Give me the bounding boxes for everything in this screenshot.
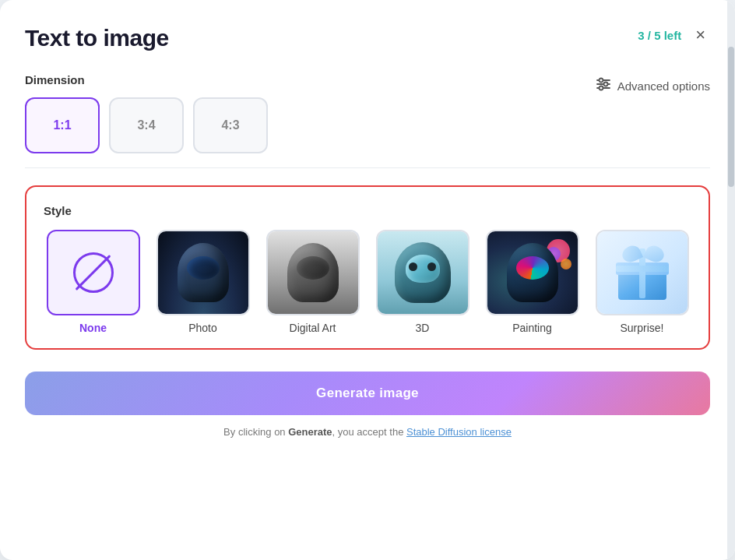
style-section: Style None Photo xyxy=(25,185,710,350)
style-3d-thumb xyxy=(376,230,469,315)
svg-point-4 xyxy=(603,83,607,86)
stable-diffusion-link[interactable]: Stable Diffusion license xyxy=(406,426,512,438)
credits-badge: 3 / 5 left xyxy=(638,29,681,42)
style-3d-label: 3D xyxy=(416,322,430,334)
close-button[interactable]: × xyxy=(691,25,710,45)
header: Text to image 3 / 5 left × xyxy=(25,25,710,51)
style-label: Style xyxy=(44,204,691,217)
advanced-options-label: Advanced options xyxy=(617,79,710,93)
dimension-1-1[interactable]: 1:1 xyxy=(25,97,100,153)
dimension-3-4[interactable]: 3:4 xyxy=(109,97,184,153)
dimension-options: 1:1 3:4 4:3 xyxy=(25,97,596,153)
style-none-label: None xyxy=(79,322,107,334)
advanced-options-icon xyxy=(596,76,611,96)
disclaimer-prefix: By clicking on xyxy=(223,426,288,438)
divider xyxy=(25,167,710,168)
gift-wrap xyxy=(616,245,669,300)
style-painting[interactable]: Painting xyxy=(483,230,582,334)
style-surprise[interactable]: Surprise! xyxy=(593,230,691,334)
svg-point-3 xyxy=(599,79,603,83)
style-digital-art[interactable]: Digital Art xyxy=(263,230,362,334)
dimension-section: Dimension 1:1 3:4 4:3 xyxy=(25,73,710,153)
svg-point-5 xyxy=(599,86,603,90)
disclaimer: By clicking on Generate, you accept the … xyxy=(25,426,710,438)
none-icon xyxy=(73,252,114,293)
style-digital-art-label: Digital Art xyxy=(290,322,336,334)
advanced-options-button[interactable]: Advanced options xyxy=(596,73,710,96)
page-title: Text to image xyxy=(25,25,169,51)
style-3d[interactable]: 3D xyxy=(373,230,472,334)
style-surprise-label: Surprise! xyxy=(620,322,663,334)
disclaimer-bold: Generate xyxy=(288,426,332,438)
generate-button[interactable]: Generate image xyxy=(25,372,710,415)
style-photo-thumb xyxy=(156,230,250,315)
dimension-label: Dimension xyxy=(25,73,596,86)
header-right: 3 / 5 left × xyxy=(638,25,710,45)
modal: Text to image 3 / 5 left × Dimension 1:1… xyxy=(0,0,735,560)
style-none-thumb xyxy=(47,230,140,315)
style-digital-art-thumb xyxy=(266,230,360,315)
digital-helmet xyxy=(283,239,343,306)
style-painting-thumb xyxy=(486,230,579,315)
disclaimer-middle: , you accept the xyxy=(332,426,406,438)
style-surprise-thumb xyxy=(596,230,689,315)
style-photo[interactable]: Photo xyxy=(153,230,252,334)
style-painting-label: Painting xyxy=(512,322,552,334)
style-none[interactable]: None xyxy=(44,230,142,334)
scrollbar-thumb[interactable] xyxy=(728,47,734,187)
dimension-left: Dimension 1:1 3:4 4:3 xyxy=(25,73,596,153)
photo-helmet xyxy=(174,239,233,306)
dimension-4-3[interactable]: 4:3 xyxy=(193,97,268,153)
style-photo-label: Photo xyxy=(188,322,217,334)
style-options: None Photo xyxy=(44,230,691,334)
